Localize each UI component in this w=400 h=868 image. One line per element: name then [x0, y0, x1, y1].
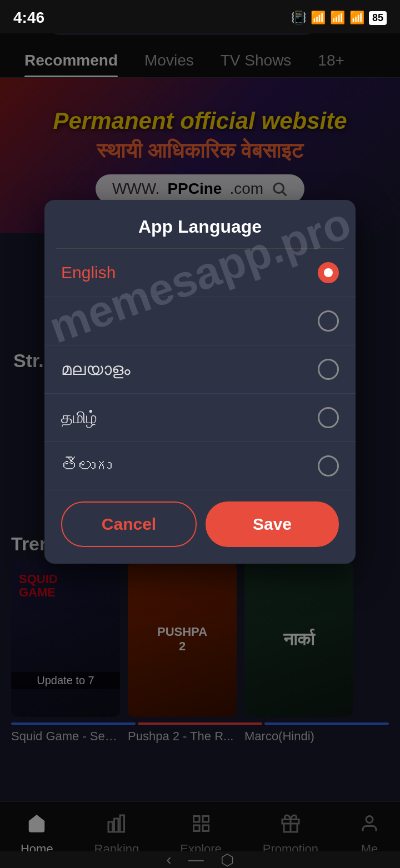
- dialog-backdrop: App Language English മലയാളം தமிழ் తెలుగు: [0, 33, 400, 868]
- battery-level: 85: [369, 11, 387, 25]
- dialog-actions: Cancel Save: [44, 490, 356, 564]
- lang-name-english: English: [61, 263, 116, 282]
- radio-tamil[interactable]: [318, 407, 339, 428]
- vibrate-icon: 📳: [291, 11, 306, 25]
- dialog-title: App Language: [44, 200, 356, 248]
- gesture-back: ‹: [166, 851, 171, 868]
- lang-name-telugu: తెలుగు: [61, 456, 111, 475]
- language-option-malayalam[interactable]: മലയാളം: [44, 345, 356, 394]
- gesture-bar: ‹ — ⬡: [0, 851, 400, 868]
- cancel-button[interactable]: Cancel: [61, 501, 197, 547]
- signal-icon: 📶: [330, 11, 345, 25]
- radio-telugu[interactable]: [318, 455, 339, 476]
- language-option-english[interactable]: English: [44, 249, 356, 297]
- radio-hindi[interactable]: [318, 310, 339, 332]
- gesture-home: —: [188, 851, 204, 868]
- radio-malayalam[interactable]: [318, 359, 339, 380]
- app-language-dialog: App Language English മലയാളം தமிழ் తెలుగు: [44, 200, 356, 564]
- lang-name-malayalam: മലയാളം: [61, 360, 131, 379]
- save-button[interactable]: Save: [206, 501, 339, 547]
- wifi-icon: 📶: [311, 11, 326, 25]
- language-option-hindi[interactable]: [44, 297, 356, 345]
- lang-name-tamil: தமிழ்: [61, 408, 97, 428]
- signal-icon-2: 📶: [349, 11, 364, 25]
- time: 4:46: [13, 9, 44, 27]
- gesture-recent: ⬡: [221, 851, 234, 869]
- status-bar: 4:46 📳 📶 📶 📶 85: [0, 0, 400, 33]
- status-icons: 📳 📶 📶 📶 85: [291, 11, 387, 25]
- radio-english[interactable]: [318, 262, 339, 283]
- language-option-telugu[interactable]: తెలుగు: [44, 442, 356, 490]
- language-option-tamil[interactable]: தமிழ்: [44, 394, 356, 442]
